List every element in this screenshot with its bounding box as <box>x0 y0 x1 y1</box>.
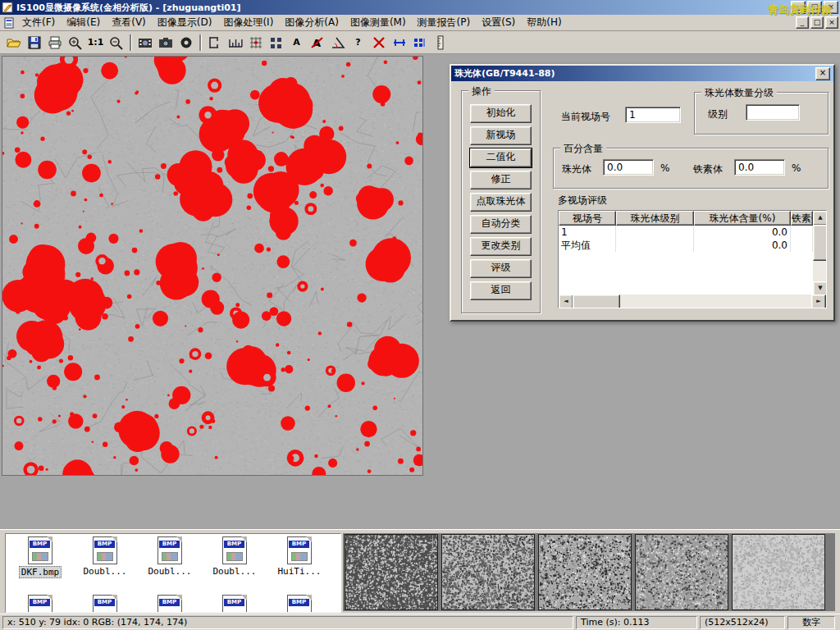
file-item[interactable]: BMP HuiTi... <box>268 536 331 577</box>
vertical-scrollbar[interactable]: ▲ ▼ <box>813 211 826 296</box>
rate-button[interactable]: 评级 <box>470 259 532 278</box>
menu-item-file[interactable]: 文件(F) <box>16 14 61 31</box>
file-item[interactable]: BMP Doubl... <box>203 536 266 577</box>
watermark-text: 青岛货到付款 <box>768 2 832 17</box>
text-annotation-button[interactable]: A <box>286 33 307 52</box>
scroll-left-button[interactable]: ◄ <box>559 294 573 308</box>
mdi-close-button[interactable]: × <box>825 16 838 29</box>
file-item[interactable]: BMP <box>268 595 331 613</box>
header-field[interactable]: 视场号 <box>559 211 616 226</box>
initialize-button[interactable]: 初始化 <box>470 104 532 123</box>
horizontal-scroll-thumb[interactable] <box>573 294 620 308</box>
scroll-right-button[interactable]: ► <box>811 294 826 308</box>
thumbnail-3[interactable] <box>538 534 632 610</box>
new-field-button[interactable]: 新视场 <box>470 126 532 145</box>
file-item[interactable]: BMP <box>139 595 201 613</box>
grading-group: 珠光体数量分级 级别 <box>694 92 829 135</box>
scroll-up-button[interactable]: ▲ <box>813 211 827 226</box>
file-name[interactable]: Doubl... <box>82 566 129 577</box>
file-item[interactable]: BMP <box>9 595 71 613</box>
file-name[interactable]: HuiTi... <box>276 566 323 577</box>
file-name[interactable]: Doubl... <box>212 566 258 577</box>
menu-item-image-measure[interactable]: 图像测量(M) <box>345 14 412 31</box>
bmp-file-icon: BMP <box>28 536 52 564</box>
file-item[interactable]: BMP DKF.bmp <box>9 536 71 578</box>
file-name[interactable]: Doubl... <box>147 566 194 577</box>
save-button[interactable] <box>24 33 44 52</box>
menu-item-edit[interactable]: 编辑(E) <box>61 14 106 31</box>
file-item[interactable]: BMP Doubl... <box>74 536 136 577</box>
delete-measure-button[interactable] <box>368 33 389 52</box>
metallographic-image[interactable] <box>2 56 423 476</box>
correct-button[interactable]: 修正 <box>470 171 532 189</box>
file-item[interactable]: BMP <box>74 595 136 613</box>
binarize-button[interactable]: 二值化 <box>470 148 532 167</box>
mdi-child-icon[interactable] <box>3 17 15 29</box>
file-name[interactable]: DKF.bmp <box>19 566 62 578</box>
change-class-button[interactable]: 更改类别 <box>470 237 532 256</box>
file-item[interactable]: BMP <box>203 595 266 613</box>
length-measure-button[interactable] <box>389 33 409 52</box>
level-input[interactable] <box>746 104 800 121</box>
header-pearlite[interactable]: 珠光体含量(%) <box>694 211 791 226</box>
level-label: 级别 <box>708 107 728 121</box>
cell-level <box>616 226 694 239</box>
thumbnail-5[interactable] <box>732 534 825 610</box>
actual-size-button[interactable]: 1:1 <box>85 33 106 52</box>
video-source-button[interactable] <box>135 33 155 52</box>
block-select-button[interactable] <box>266 33 286 52</box>
zoom-in-button[interactable] <box>65 33 85 52</box>
header-level[interactable]: 珠光体级别 <box>616 211 694 226</box>
dialog-close-button[interactable]: × <box>815 67 830 80</box>
mdi-minimize-button[interactable]: _ <box>796 16 809 29</box>
angle-measure-button[interactable] <box>327 33 348 52</box>
open-folder-icon <box>6 35 22 50</box>
percent-group: 百分含量 珠光体 % 铁素体 % <box>553 148 829 189</box>
vertical-scroll-thumb[interactable] <box>813 225 827 261</box>
ferrite-label: 铁素体 <box>693 162 723 176</box>
menu-item-image-processing[interactable]: 图像处理(I) <box>217 14 279 31</box>
auto-classify-button[interactable]: 自动分类 <box>470 215 532 234</box>
area-measure-button[interactable] <box>409 33 430 52</box>
zoom-out-button[interactable] <box>106 33 126 52</box>
bmp-file-icon: BMP <box>222 536 247 564</box>
thumbnail-4[interactable] <box>635 534 728 610</box>
help-button[interactable]: ? <box>348 33 368 52</box>
pick-pearlite-button[interactable]: 点取珠光体 <box>470 193 532 212</box>
aperture-button[interactable] <box>176 33 196 52</box>
delete-text-button[interactable]: A <box>307 33 327 52</box>
grid-red-icon <box>248 35 264 50</box>
header-ferrite[interactable]: 铁素体含量(%) <box>791 211 813 226</box>
mdi-restore-button[interactable]: □ <box>810 16 824 29</box>
menu-item-settings[interactable]: 设置(S) <box>476 14 521 31</box>
menu-item-image-analysis[interactable]: 图像分析(A) <box>279 14 345 31</box>
application-window: 青岛货到付款 IS100显微摄像系统(金相分析版) - [zhuguangti0… <box>0 0 840 630</box>
file-item[interactable]: BMP Doubl... <box>139 536 201 577</box>
table-row[interactable]: 1 0.0 <box>559 226 813 239</box>
vertical-ruler-button[interactable] <box>430 33 450 52</box>
menu-item-measure-report[interactable]: 测量报告(P) <box>412 14 477 31</box>
print-button[interactable] <box>44 33 65 52</box>
grid-measure-button[interactable] <box>245 33 266 52</box>
horizontal-scrollbar[interactable]: ◄ ► <box>559 294 826 308</box>
dialog-title-bar[interactable]: 珠光体(GB/T9441-88) × <box>451 66 833 81</box>
return-button[interactable]: 返回 <box>470 281 532 300</box>
caliper-measure-button[interactable] <box>204 33 225 52</box>
ferrite-percent-input[interactable] <box>734 159 785 176</box>
open-button[interactable] <box>3 33 24 52</box>
thumbnail-2[interactable] <box>441 534 535 610</box>
thumbnail-1[interactable] <box>345 534 438 610</box>
toolbar: 1:1 A A ? <box>0 31 840 54</box>
menu-item-image-display[interactable]: 图像显示(D) <box>152 14 218 31</box>
menu-item-help[interactable]: 帮助(H) <box>521 14 567 31</box>
table-row[interactable]: 平均值 0.0 <box>559 239 813 252</box>
dialog-title: 珠光体(GB/T9441-88) <box>454 67 815 80</box>
zoom-in-icon <box>67 35 84 50</box>
capture-button[interactable] <box>155 33 176 52</box>
app-icon <box>2 2 13 13</box>
pearlite-percent-input[interactable] <box>603 159 654 176</box>
caliper-icon <box>207 35 223 50</box>
scale-ruler-button[interactable] <box>225 33 245 52</box>
current-field-input[interactable] <box>625 107 681 123</box>
menu-item-view[interactable]: 查看(V) <box>106 14 152 31</box>
